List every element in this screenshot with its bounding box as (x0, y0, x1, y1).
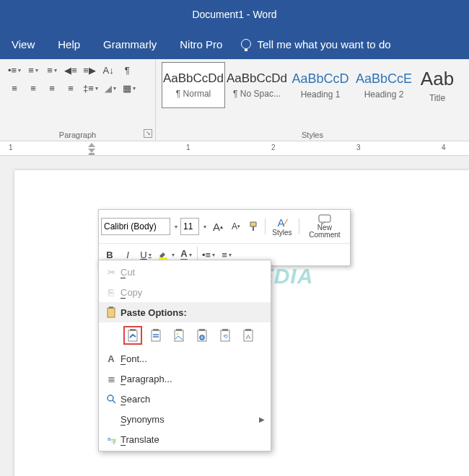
shrink-font-button[interactable]: A▾ (227, 218, 245, 235)
paste-text-only[interactable]: A (239, 326, 258, 345)
svg-rect-8 (109, 307, 113, 309)
menu-grammarly[interactable]: Grammarly (92, 38, 168, 50)
paste-merge[interactable] (146, 326, 165, 345)
svg-point-15 (177, 333, 179, 335)
svg-point-19 (200, 335, 204, 340)
ribbon: •≡▾ ≡▾ ≡▾ ◀≡ ≡▶ A↓ ¶ ≡ ≡ ≡ ≡ ‡≡▾ ◢▾ ▦▾ P… (0, 59, 469, 141)
style-no-spacing[interactable]: AaBbCcDd ¶ No Spac... (225, 62, 289, 108)
bullets-button[interactable]: •≡▾ (6, 62, 23, 78)
paste-link[interactable] (193, 326, 211, 345)
shading-button[interactable]: ◢▾ (102, 80, 119, 96)
decrease-indent-button[interactable]: ◀≡ (62, 62, 79, 78)
justify-button[interactable]: ≡ (62, 80, 79, 96)
scissors-icon: ✂ (102, 267, 120, 278)
mini-toolbar: ▾ ▾ A▴ A▾ A⁄ Styles New Comment B I U▾ ▾… (98, 209, 351, 266)
ctx-translate[interactable]: a字 Translate (99, 429, 271, 449)
style-heading1[interactable]: AaBbCcD Heading 1 (289, 62, 352, 108)
menu-view[interactable]: View (0, 38, 46, 50)
paste-keep-text[interactable]: ⟲ (216, 326, 234, 345)
new-comment-button[interactable]: New Comment (302, 212, 348, 241)
svg-rect-12 (153, 329, 159, 331)
ctx-search[interactable]: Search (99, 389, 271, 409)
svg-rect-21 (222, 329, 228, 331)
font-family-dropdown[interactable]: ▾ (171, 218, 180, 235)
window-title: Document1 - Word (192, 9, 276, 20)
ctx-paste-header: Paste Options: (99, 302, 271, 322)
svg-marker-0 (88, 143, 95, 147)
numbering-button[interactable]: ≡▾ (25, 62, 42, 78)
context-menu: ✂ Cut ⎘ Copy Paste Options: ⟲ A A Font..… (98, 260, 271, 451)
svg-rect-11 (152, 330, 160, 341)
sort-button[interactable]: A↓ (100, 62, 117, 78)
title-bar: Document1 - Word (0, 0, 469, 29)
font-icon: A (102, 353, 120, 364)
style-heading2[interactable]: AaBbCcE Heading 2 (352, 62, 416, 108)
paragraph-group-label: Paragraph (0, 131, 155, 139)
svg-rect-9 (128, 330, 137, 341)
copy-icon: ⎘ (102, 287, 120, 298)
font-size-combo[interactable] (180, 218, 199, 235)
svg-rect-10 (130, 329, 136, 331)
svg-rect-17 (199, 329, 205, 331)
tell-me-search[interactable]: Tell me what you want to do (241, 38, 390, 50)
lightbulb-icon (241, 39, 251, 49)
svg-point-26 (108, 395, 113, 401)
ctx-copy: ⎘ Copy (99, 282, 271, 302)
borders-button[interactable]: ▦▾ (120, 80, 138, 96)
clipboard-icon (102, 307, 120, 318)
style-title[interactable]: Aab Title (416, 62, 459, 108)
font-family-combo[interactable] (101, 218, 170, 235)
translate-icon: a字 (102, 434, 120, 444)
paste-picture[interactable] (170, 326, 188, 345)
show-marks-button[interactable]: ¶ (118, 62, 136, 78)
menu-bar: View Help Grammarly Nitro Pro Tell me wh… (0, 29, 469, 59)
ribbon-group-styles: AaBbCcDd ¶ Normal AaBbCcDd ¶ No Spac... … (156, 59, 469, 141)
paste-options-row: ⟲ A (99, 322, 271, 348)
svg-line-27 (113, 400, 115, 403)
ctx-paragraph[interactable]: ≣ Paragraph... (99, 369, 271, 389)
line-spacing-button[interactable]: ‡≡▾ (81, 80, 100, 96)
indent-marker-icon[interactable] (87, 141, 97, 156)
align-center-button[interactable]: ≡ (25, 80, 42, 96)
styles-gallery-button[interactable]: A⁄ Styles (268, 212, 297, 241)
paragraph-dialog-launcher[interactable]: ↘ (144, 129, 152, 138)
svg-text:A: A (246, 333, 250, 340)
svg-rect-24 (245, 329, 251, 331)
ctx-cut: ✂ Cut (99, 262, 271, 282)
svg-rect-2 (89, 153, 95, 155)
svg-text:字: 字 (111, 438, 116, 444)
svg-rect-7 (108, 308, 115, 317)
svg-text:⟲: ⟲ (223, 333, 228, 340)
paragraph-icon: ≣ (102, 374, 120, 384)
style-normal[interactable]: AaBbCcDd ¶ Normal (162, 62, 225, 108)
horizontal-ruler[interactable]: 1 1 2 3 4 (0, 141, 469, 156)
svg-marker-1 (88, 149, 95, 153)
search-icon (102, 394, 120, 404)
menu-help[interactable]: Help (46, 38, 92, 50)
increase-indent-button[interactable]: ≡▶ (81, 62, 98, 78)
comment-icon (318, 214, 331, 224)
paste-keep-source[interactable] (123, 326, 142, 345)
multilevel-button[interactable]: ≡▾ (43, 62, 61, 78)
ribbon-group-paragraph: •≡▾ ≡▾ ≡▾ ◀≡ ≡▶ A↓ ¶ ≡ ≡ ≡ ≡ ‡≡▾ ◢▾ ▦▾ P… (0, 59, 156, 141)
ctx-synonyms[interactable]: Synonyms ▶ (99, 409, 271, 429)
svg-rect-14 (176, 329, 182, 331)
align-left-button[interactable]: ≡ (6, 80, 23, 96)
format-painter-button[interactable] (245, 218, 263, 235)
grow-font-button[interactable]: A▴ (209, 218, 227, 235)
ctx-font[interactable]: A Font... (99, 348, 271, 369)
align-right-button[interactable]: ≡ (43, 80, 61, 96)
svg-rect-3 (250, 222, 256, 226)
submenu-arrow-icon: ▶ (259, 415, 265, 423)
svg-rect-4 (253, 226, 254, 231)
styles-group-label: Styles (156, 131, 469, 139)
font-size-dropdown[interactable]: ▾ (200, 218, 209, 235)
menu-nitro[interactable]: Nitro Pro (168, 38, 234, 50)
tell-me-label: Tell me what you want to do (257, 38, 390, 50)
svg-rect-5 (319, 215, 330, 222)
